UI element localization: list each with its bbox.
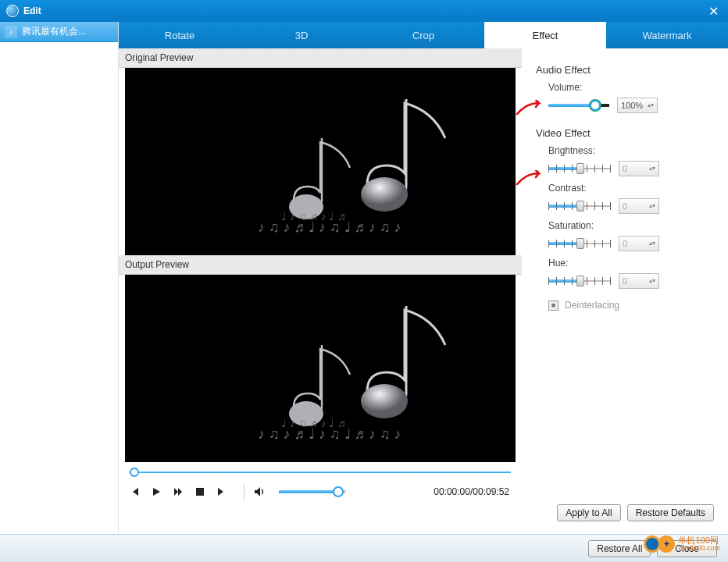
prev-button[interactable] — [127, 484, 142, 500]
titlebar: Edit ✕ — [0, 0, 728, 22]
separator — [244, 484, 244, 500]
effect-panel-buttons: Apply to All Restore Defaults — [557, 504, 714, 521]
tab-label: Rotate — [165, 30, 194, 41]
contrast-value-input[interactable]: 0 ▴▾ — [619, 198, 659, 214]
tab-label: Effect — [532, 30, 558, 41]
brightness-label: Brightness: — [548, 145, 714, 156]
fast-forward-button[interactable] — [170, 484, 186, 500]
next-button[interactable] — [214, 484, 230, 500]
window-title: Edit — [23, 5, 41, 16]
seek-slider[interactable] — [130, 468, 511, 476]
svg-point-6 — [361, 384, 408, 418]
saturation-value: 0 — [623, 239, 627, 248]
volume-value-input[interactable]: 100% ▴▾ — [617, 98, 658, 113]
svg-rect-10 — [196, 488, 204, 496]
contrast-slider[interactable] — [548, 202, 611, 210]
bottom-bar: Restore All Close — [0, 534, 728, 562]
file-list-sidebar: ♪ 腾讯最有机会... — [0, 22, 119, 562]
output-preview-header: Output Preview — [119, 255, 522, 275]
contrast-knob[interactable] — [576, 201, 584, 212]
deinterlacing-checkbox[interactable]: ■ — [548, 301, 558, 311]
volume-value: 100% — [621, 101, 643, 110]
close-icon[interactable]: ✕ — [705, 4, 722, 19]
button-label: Close — [675, 543, 699, 554]
tab-effect[interactable]: Effect — [484, 22, 606, 48]
contrast-value: 0 — [623, 201, 627, 211]
music-file-icon: ♪ — [5, 26, 17, 38]
play-button[interactable] — [148, 484, 164, 500]
preview-column: Original Preview — [119, 48, 522, 562]
tab-rotate[interactable]: Rotate — [119, 22, 241, 48]
tab-label: Watermark — [642, 30, 691, 41]
audio-effect-section: Audio Effect — [536, 64, 714, 76]
button-label: Restore Defaults — [636, 507, 705, 518]
spinner-arrows-icon[interactable]: ▴▾ — [649, 204, 655, 208]
hue-value-input[interactable]: 0 ▴▾ — [619, 273, 659, 289]
original-preview-canvas: ♪ ♫ ♪ ♬ ♩ ♪ ♫ ♩ ♬ ♪ ♫ ♪ ♩ ♪ ♫ ♬ ♪ ♩ ♬ — [125, 68, 516, 255]
close-button[interactable]: Close — [657, 540, 717, 557]
hue-value: 0 — [623, 276, 627, 286]
file-item-label: 腾讯最有机会... — [22, 25, 86, 38]
app-icon — [6, 5, 19, 17]
preview-image: ♪ ♫ ♪ ♬ ♩ ♪ ♫ ♩ ♬ ♪ ♫ ♪ ♩ ♪ ♫ ♬ ♪ ♩ ♬ — [125, 68, 516, 255]
video-effect-section: Video Effect — [536, 127, 714, 139]
svg-point-1 — [361, 177, 408, 212]
saturation-slider[interactable] — [548, 240, 611, 247]
spinner-arrows-icon[interactable]: ▴▾ — [649, 166, 655, 171]
brightness-value: 0 — [623, 164, 627, 173]
saturation-label: Saturation: — [548, 220, 714, 231]
button-label: Apply to All — [566, 507, 612, 518]
preview-image: ♪ ♫ ♪ ♬ ♩ ♪ ♫ ♩ ♬ ♪ ♫ ♪ ♩ ♪ ♫ ♬ ♪ ♩ ♬ — [125, 275, 516, 462]
original-preview-header: Original Preview — [119, 48, 522, 68]
file-list-item[interactable]: ♪ 腾讯最有机会... — [0, 22, 118, 42]
volume-icon[interactable] — [252, 484, 268, 500]
tab-3d[interactable]: 3D — [241, 22, 362, 48]
saturation-value-input[interactable]: 0 ▴▾ — [619, 236, 659, 251]
deinterlacing-checkbox-row[interactable]: ■ Deinterlacing — [548, 300, 714, 311]
restore-defaults-button[interactable]: Restore Defaults — [627, 504, 714, 521]
stop-button[interactable] — [192, 484, 208, 500]
brightness-knob[interactable] — [576, 163, 584, 174]
volume-knob[interactable] — [590, 100, 601, 111]
tab-crop[interactable]: Crop — [362, 22, 484, 48]
tab-bar: Rotate 3D Crop Effect Watermark — [119, 22, 728, 48]
brightness-value-input[interactable]: 0 ▴▾ — [619, 161, 659, 176]
spinner-arrows-icon[interactable]: ▴▾ — [649, 279, 655, 283]
spinner-arrows-icon[interactable]: ▴▾ — [649, 241, 655, 246]
output-preview-canvas: ♪ ♫ ♪ ♬ ♩ ♪ ♫ ♩ ♬ ♪ ♫ ♪ ♩ ♪ ♫ ♬ ♪ ♩ ♬ — [125, 275, 516, 462]
apply-to-all-button[interactable]: Apply to All — [557, 504, 620, 521]
tab-label: Crop — [412, 30, 434, 41]
tab-watermark[interactable]: Watermark — [606, 22, 728, 48]
svg-text:♩ ♪ ♫ ♬ ♪ ♩ ♬: ♩ ♪ ♫ ♬ ♪ ♩ ♬ — [281, 210, 346, 222]
main-panel: Rotate 3D Crop Effect Watermark Original… — [119, 22, 728, 562]
seek-knob[interactable] — [130, 468, 139, 477]
hue-slider[interactable] — [548, 277, 611, 285]
restore-all-button[interactable]: Restore All — [588, 540, 651, 557]
button-label: Restore All — [597, 543, 642, 554]
spinner-arrows-icon[interactable]: ▴▾ — [648, 103, 654, 108]
contrast-label: Contrast: — [548, 183, 714, 194]
deinterlacing-label: Deinterlacing — [565, 300, 619, 311]
brightness-slider[interactable] — [548, 165, 611, 173]
hue-label: Hue: — [548, 258, 714, 269]
hue-knob[interactable] — [576, 276, 584, 286]
volume-slider[interactable] — [548, 104, 609, 107]
player-volume-knob[interactable] — [333, 486, 344, 497]
saturation-knob[interactable] — [576, 238, 584, 249]
svg-text:♩ ♪ ♫ ♬ ♪ ♩ ♬: ♩ ♪ ♫ ♬ ♪ ♩ ♬ — [281, 417, 346, 429]
volume-label: Volume: — [548, 82, 714, 93]
tab-label: 3D — [295, 30, 309, 41]
time-display: 00:00:00/00:09:52 — [434, 486, 509, 497]
player-bar: 00:00:00/00:09:52 — [119, 462, 522, 504]
effects-panel: Audio Effect Volume: 100% ▴▾ Video Effec… — [522, 48, 728, 562]
player-volume-slider[interactable] — [279, 490, 346, 493]
